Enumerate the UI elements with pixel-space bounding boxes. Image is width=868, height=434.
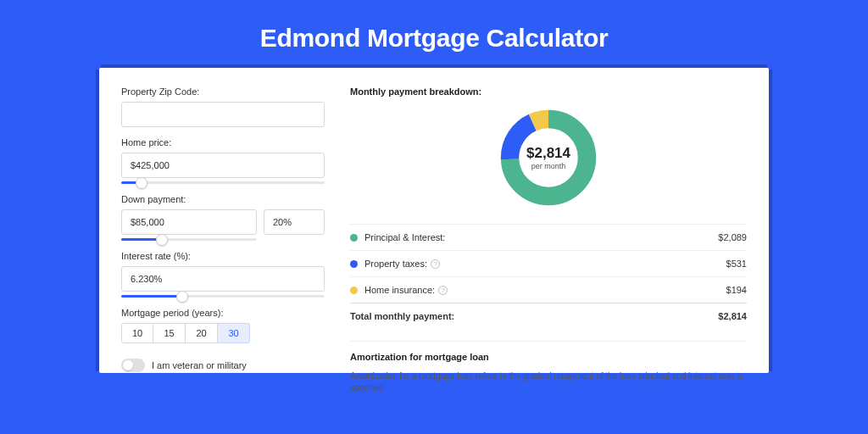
breakdown-line-insurance: Home insurance: ? $194 bbox=[350, 276, 747, 303]
breakdown-label: Home insurance: bbox=[364, 285, 435, 295]
breakdown-line-principal: Principal & Interest: $2,089 bbox=[350, 224, 747, 250]
interest-rate-slider[interactable] bbox=[121, 295, 325, 298]
breakdown-line-taxes: Property taxes: ? $531 bbox=[350, 250, 747, 276]
interest-rate-label: Interest rate (%): bbox=[121, 251, 325, 261]
down-payment-label: Down payment: bbox=[121, 194, 325, 204]
period-option-20[interactable]: 20 bbox=[186, 323, 218, 343]
home-price-input[interactable] bbox=[121, 153, 325, 178]
form-column: Property Zip Code: Home price: Down paym… bbox=[121, 86, 325, 373]
breakdown-line-total: Total monthly payment: $2,814 bbox=[350, 303, 747, 329]
breakdown-label: Property taxes: bbox=[364, 259, 427, 269]
down-payment-pct-input[interactable] bbox=[264, 209, 325, 235]
amortization-section: Amortization for mortgage loan Amortizat… bbox=[350, 341, 747, 394]
down-payment-input[interactable] bbox=[121, 209, 257, 235]
calculator-card: Property Zip Code: Home price: Down paym… bbox=[99, 68, 769, 373]
mortgage-period-segmented: 10 15 20 30 bbox=[121, 323, 325, 343]
breakdown-column: Monthly payment breakdown: $2,814 per mo… bbox=[350, 86, 747, 373]
legend-dot-principal bbox=[350, 234, 358, 242]
slider-thumb[interactable] bbox=[176, 291, 188, 303]
donut-center-amount: $2,814 bbox=[526, 145, 570, 162]
help-icon[interactable]: ? bbox=[438, 286, 448, 295]
period-option-10[interactable]: 10 bbox=[121, 323, 153, 343]
period-option-15[interactable]: 15 bbox=[153, 323, 186, 343]
breakdown-total-label: Total monthly payment: bbox=[350, 311, 454, 321]
home-price-slider[interactable] bbox=[121, 181, 325, 184]
slider-thumb[interactable] bbox=[156, 234, 168, 246]
veteran-toggle[interactable] bbox=[121, 359, 145, 372]
breakdown-label: Principal & Interest: bbox=[364, 232, 445, 242]
amortization-text: Amortization for a mortgage loan refers … bbox=[350, 370, 747, 394]
help-icon[interactable]: ? bbox=[431, 259, 440, 269]
donut-center-sub: per month bbox=[531, 162, 566, 170]
breakdown-value: $194 bbox=[726, 285, 747, 295]
breakdown-value: $531 bbox=[726, 259, 747, 269]
down-payment-slider[interactable] bbox=[121, 238, 257, 241]
slider-thumb[interactable] bbox=[136, 177, 147, 189]
breakdown-title: Monthly payment breakdown: bbox=[350, 86, 747, 97]
zip-label: Property Zip Code: bbox=[121, 86, 325, 97]
home-price-label: Home price: bbox=[121, 137, 325, 147]
page-title: Edmond Mortgage Calculator bbox=[0, 0, 868, 68]
mortgage-period-label: Mortgage period (years): bbox=[121, 308, 325, 318]
toggle-knob bbox=[123, 360, 133, 370]
interest-rate-input[interactable] bbox=[121, 266, 325, 292]
zip-input[interactable] bbox=[121, 102, 325, 127]
period-option-30[interactable]: 30 bbox=[218, 323, 250, 343]
amortization-title: Amortization for mortgage loan bbox=[350, 352, 747, 362]
payment-donut-chart: $2,814 per month bbox=[498, 107, 599, 209]
slider-fill bbox=[121, 295, 182, 298]
veteran-label: I am veteran or military bbox=[152, 360, 247, 370]
legend-dot-taxes bbox=[350, 260, 358, 268]
breakdown-total-value: $2,814 bbox=[718, 311, 747, 321]
legend-dot-insurance bbox=[350, 287, 358, 294]
breakdown-value: $2,089 bbox=[718, 232, 747, 242]
